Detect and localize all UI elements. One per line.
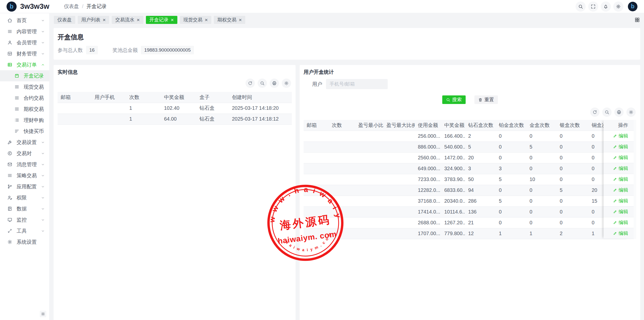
user-stats-toolbar — [304, 108, 636, 117]
search-button[interactable]: 搜索 — [442, 95, 466, 104]
edit-button[interactable]: 编辑 — [613, 198, 628, 204]
cell: 3 — [465, 163, 496, 174]
cell — [383, 131, 415, 141]
sidebar-item-label: 数据 — [17, 205, 27, 212]
sidebar-item-member[interactable]: 会员管理 — [0, 37, 49, 48]
cell — [304, 196, 329, 206]
sidebar-item-option-trade[interactable]: 期权交易 — [0, 103, 49, 115]
topbar-actions: b — [576, 2, 637, 12]
stat-total-participants: 参与总人数 16 — [58, 46, 98, 54]
tab-dashboard[interactable]: 仪表盘 — [54, 16, 75, 24]
cell: 3783.90... — [441, 174, 465, 185]
chevron-down-icon — [41, 174, 45, 177]
sidebar-item-trade-pairs[interactable]: 交易对 — [0, 148, 49, 159]
sidebar-menu: 首页内容管理会员管理财务管理交易订单开盒记录现货交易合约交易期权交易理财申购快捷… — [0, 13, 49, 247]
avatar[interactable]: b — [628, 2, 637, 11]
tools-icon — [7, 228, 12, 233]
printer-button[interactable] — [270, 79, 279, 88]
edit-button[interactable]: 编辑 — [613, 154, 628, 161]
sidebar-item-data[interactable]: 数据 — [0, 203, 49, 214]
search-button[interactable] — [576, 2, 586, 12]
breadcrumb-separator: / — [82, 4, 84, 9]
sidebar-item-system-settings[interactable]: 系统设置 — [0, 236, 49, 247]
user-field-label: 用户 — [304, 81, 322, 88]
sidebar-item-permission[interactable]: 权限 — [0, 192, 49, 203]
tab-close-icon[interactable]: × — [239, 17, 242, 22]
cell: 0 — [527, 185, 557, 196]
cell — [329, 174, 355, 185]
sidebar-item-label: 合约交易 — [24, 95, 44, 101]
bell-button[interactable] — [601, 2, 611, 12]
printer-icon — [617, 110, 621, 115]
breadcrumb-dashboard[interactable]: 仪表盘 — [64, 3, 79, 10]
sidebar-item-box-records[interactable]: 开盒记录 — [0, 70, 49, 81]
search-button[interactable] — [602, 108, 612, 117]
column-header: 金盒次数 — [527, 120, 557, 131]
sidebar-item-message[interactable]: 消息管理 — [0, 159, 49, 170]
printer-icon — [272, 81, 277, 86]
sidebar-item-label: 交易对 — [17, 150, 32, 157]
edit-button[interactable]: 编辑 — [613, 187, 628, 193]
sidebar-item-wealth-purchase[interactable]: 理财申购 — [0, 115, 49, 126]
tab-bar: 仪表盘用户列表×交易流水×开盒记录×现货交易×期权交易× — [50, 13, 644, 25]
sidebar-item-finance[interactable]: 财务管理 — [0, 48, 49, 59]
gear-button[interactable] — [613, 2, 623, 12]
printer-button[interactable] — [614, 108, 624, 117]
sidebar-item-trade-orders[interactable]: 交易订单 — [0, 59, 49, 70]
sidebar-item-quick-buy[interactable]: 快捷买币 — [0, 126, 49, 137]
tab-close-icon[interactable]: × — [137, 17, 140, 22]
user-search-input[interactable] — [326, 79, 388, 89]
edit-button[interactable]: 编辑 — [613, 144, 628, 150]
tab-close-icon[interactable]: × — [103, 17, 106, 22]
sidebar-item-trade-settings[interactable]: 交易设置 — [0, 137, 49, 148]
search-button[interactable] — [258, 79, 267, 88]
sidebar-item-strategy[interactable]: 策略交易 — [0, 170, 49, 181]
realtime-row: 1102.40钻石盒2025-03-17 14:18:20 — [58, 103, 292, 114]
cell: 0 — [557, 131, 589, 141]
app-logo[interactable]: b 3w3w3w — [7, 2, 49, 12]
gear-button[interactable] — [282, 79, 291, 88]
refresh-button[interactable] — [246, 79, 255, 88]
cell — [355, 174, 383, 185]
tab-trade-flow[interactable]: 交易流水× — [112, 16, 143, 24]
sidebar-item-contract-trade[interactable]: 合约交易 — [0, 92, 49, 103]
tab-close-icon[interactable]: × — [205, 17, 208, 22]
sidebar-item-label: 监控 — [17, 217, 27, 223]
sidebar-item-home[interactable]: 首页 — [0, 15, 49, 26]
tab-close-icon[interactable]: × — [171, 17, 174, 22]
edit-button[interactable]: 编辑 — [613, 208, 628, 215]
pencil-icon — [613, 199, 617, 203]
list-icon — [14, 106, 19, 112]
tab-options-icon[interactable] — [634, 17, 640, 23]
sidebar-item-monitor[interactable]: 监控 — [0, 214, 49, 225]
edit-button[interactable]: 编辑 — [613, 230, 628, 237]
fullscreen-button[interactable] — [588, 2, 598, 12]
refresh-button[interactable] — [590, 108, 599, 117]
sidebar-item-tools[interactable]: 工具 — [0, 225, 49, 236]
cell: 5 — [496, 196, 527, 206]
edit-button[interactable]: 编辑 — [613, 133, 628, 139]
edit-button[interactable]: 编辑 — [613, 176, 628, 183]
edit-button[interactable]: 编辑 — [613, 219, 628, 226]
pencil-icon — [613, 166, 617, 170]
tab-option-trade[interactable]: 期权交易× — [214, 16, 245, 24]
tab-spot-trade[interactable]: 现货交易× — [180, 16, 211, 24]
cell: 0 — [557, 217, 589, 228]
cell — [329, 228, 355, 239]
cell — [329, 141, 355, 152]
tab-box-records[interactable]: 开盒记录× — [146, 16, 177, 24]
sidebar-item-content[interactable]: 内容管理 — [0, 26, 49, 37]
sidebar-collapse-button[interactable] — [40, 311, 46, 317]
cell: 0 — [527, 196, 557, 206]
edit-button[interactable]: 编辑 — [613, 165, 628, 172]
reset-button[interactable]: 重置 — [474, 95, 498, 104]
user-stats-table-wrap: 邮箱次数盈亏最小比例盈亏最大比例使用金额中奖金额钻石盒次数铂金盒次数金盒次数银盒… — [304, 120, 636, 239]
sidebar-item-app-config[interactable]: 应用配置 — [0, 181, 49, 192]
cell: 0 — [557, 152, 589, 163]
sidebar-item-spot-trade[interactable]: 现货交易 — [0, 81, 49, 92]
tab-user-list[interactable]: 用户列表× — [78, 16, 109, 24]
cell — [304, 217, 329, 228]
pencil-icon — [613, 177, 617, 181]
gear-button[interactable] — [626, 108, 636, 117]
cell — [329, 217, 355, 228]
